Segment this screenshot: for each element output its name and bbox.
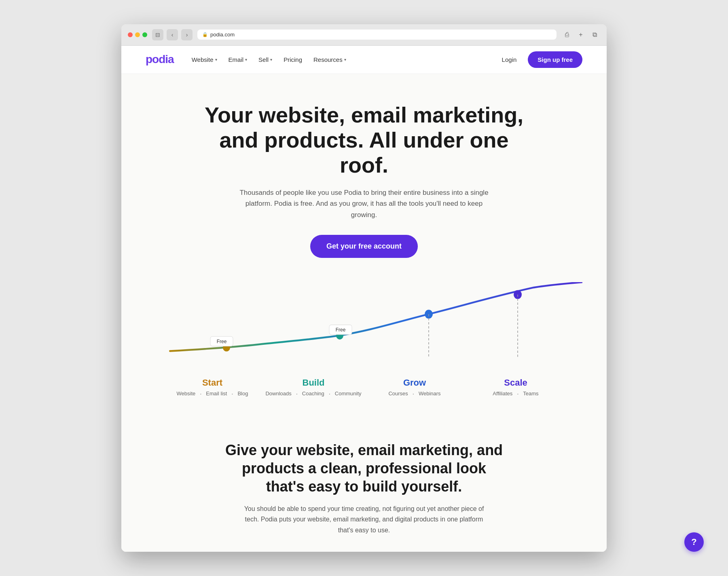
stage-build-name: Build — [263, 378, 364, 388]
share-icon[interactable]: ⎙ — [561, 29, 573, 40]
feature-webinars: Webinars — [419, 390, 441, 397]
stage-start-features: Website • Email list • Blog — [162, 390, 263, 397]
nav-right: Login Sign up free — [497, 51, 582, 68]
hero-subtitle: Thousands of people like you use Podia t… — [239, 187, 489, 220]
scale-point — [514, 290, 522, 299]
feature-community: Community — [335, 390, 362, 397]
dot-icon: • — [232, 392, 233, 396]
sidebar-toggle[interactable]: ⊟ — [152, 29, 163, 40]
chevron-down-icon: ▾ — [270, 57, 272, 62]
chart-section: Free Free Start Website • Email list • B… — [121, 274, 607, 417]
nav-website-label: Website — [192, 56, 214, 63]
dot-icon: • — [413, 392, 414, 396]
nav-left: podia Website ▾ Email ▾ Sell ▾ — [146, 53, 351, 66]
logo[interactable]: podia — [146, 53, 174, 66]
traffic-lights — [128, 32, 147, 37]
feature-downloads: Downloads — [265, 390, 291, 397]
fullscreen-button[interactable] — [142, 32, 147, 37]
minimize-button[interactable] — [135, 32, 140, 37]
page-content: podia Website ▾ Email ▾ Sell ▾ — [121, 46, 607, 552]
login-button[interactable]: Login — [497, 53, 522, 66]
browser-controls: ⊟ ‹ › — [152, 29, 193, 40]
hero-title: Your website, email marketing, and produ… — [202, 102, 526, 177]
new-tab-icon[interactable]: + — [575, 29, 586, 40]
stage-scale-features: Affiliates • Teams — [465, 390, 566, 397]
feature-coaching: Coaching — [302, 390, 324, 397]
browser-actions: ⎙ + ⧉ — [561, 29, 600, 40]
dot-icon: • — [329, 392, 330, 396]
nav-email[interactable]: Email ▾ — [224, 53, 252, 66]
stages-row: Start Website • Email list • Blog Build … — [146, 371, 582, 397]
stage-build-features: Downloads • Coaching • Community — [263, 390, 364, 397]
growth-chart: Free Free — [146, 282, 582, 371]
hero-section: Your website, email marketing, and produ… — [121, 74, 607, 274]
chevron-down-icon: ▾ — [245, 57, 247, 62]
cta-button[interactable]: Get your free account — [310, 235, 418, 258]
nav-resources-label: Resources — [313, 56, 343, 63]
browser-chrome: ⊟ ‹ › 🔒 podia.com ⎙ + ⧉ — [121, 24, 607, 46]
feature-courses: Courses — [388, 390, 408, 397]
nav-resources[interactable]: Resources ▾ — [309, 53, 351, 66]
svg-text:Free: Free — [217, 338, 227, 344]
address-bar[interactable]: 🔒 podia.com — [197, 30, 557, 40]
chevron-down-icon: ▾ — [215, 57, 217, 62]
url-text: podia.com — [210, 32, 235, 38]
nav-email-label: Email — [229, 56, 244, 63]
feature-blog: Blog — [237, 390, 248, 397]
browser-window: ⊟ ‹ › 🔒 podia.com ⎙ + ⧉ podia Website ▾ — [121, 24, 607, 552]
nav-links: Website ▾ Email ▾ Sell ▾ Pricing — [187, 53, 351, 66]
navbar: podia Website ▾ Email ▾ Sell ▾ — [121, 46, 607, 74]
stage-grow-features: Courses • Webinars — [364, 390, 465, 397]
dot-icon: • — [296, 392, 297, 396]
close-button[interactable] — [128, 32, 133, 37]
nav-sell[interactable]: Sell ▾ — [254, 53, 277, 66]
stage-start: Start Website • Email list • Blog — [162, 378, 263, 397]
feature-website: Website — [177, 390, 196, 397]
nav-pricing[interactable]: Pricing — [279, 53, 307, 66]
signup-button[interactable]: Sign up free — [528, 51, 582, 68]
lock-icon: 🔒 — [202, 32, 208, 37]
tabs-icon[interactable]: ⧉ — [589, 29, 600, 40]
second-section-title: Give your website, email marketing, and … — [222, 441, 506, 496]
forward-button[interactable]: › — [181, 29, 193, 40]
chevron-down-icon: ▾ — [344, 57, 346, 62]
chart-container: Free Free — [146, 282, 582, 371]
dot-icon: • — [517, 392, 518, 396]
help-button[interactable]: ? — [684, 532, 704, 552]
second-section-subtitle: You should be able to spend your time cr… — [239, 504, 489, 536]
feature-teams: Teams — [523, 390, 538, 397]
dot-icon: • — [200, 392, 201, 396]
svg-text:Free: Free — [336, 327, 346, 333]
stage-scale-name: Scale — [465, 378, 566, 388]
nav-pricing-label: Pricing — [284, 56, 302, 63]
stage-scale: Scale Affiliates • Teams — [465, 378, 566, 397]
stage-grow: Grow Courses • Webinars — [364, 378, 465, 397]
feature-email-list: Email list — [206, 390, 227, 397]
stage-grow-name: Grow — [364, 378, 465, 388]
stage-start-name: Start — [162, 378, 263, 388]
nav-website[interactable]: Website ▾ — [187, 53, 222, 66]
second-section: Give your website, email marketing, and … — [121, 417, 607, 552]
back-button[interactable]: ‹ — [167, 29, 178, 40]
stage-build: Build Downloads • Coaching • Community — [263, 378, 364, 397]
feature-affiliates: Affiliates — [493, 390, 512, 397]
nav-sell-label: Sell — [258, 56, 269, 63]
